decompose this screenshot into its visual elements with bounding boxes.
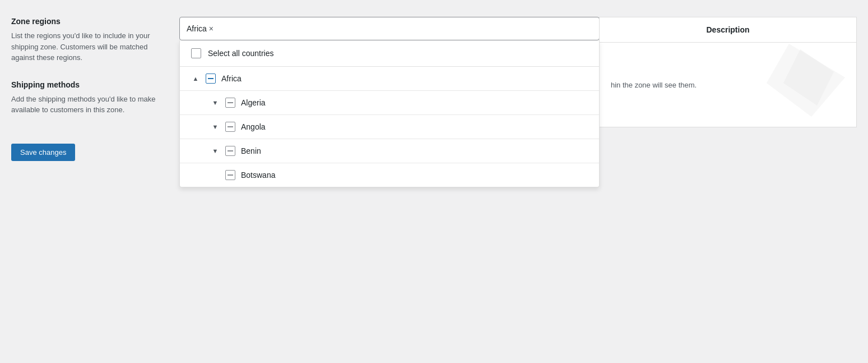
select-all-label: Select all countries [208, 49, 274, 58]
benin-label: Benin [241, 146, 261, 155]
save-changes-button[interactable]: Save changes [11, 144, 75, 161]
botswana-label: Botswana [241, 171, 275, 180]
algeria-checkbox[interactable] [225, 98, 235, 108]
description-body: hin the zone will see them. [600, 43, 856, 127]
chevron-down-angola-icon: ▼ [211, 123, 220, 130]
country-angola-row[interactable]: ▼ Angola [180, 115, 599, 139]
region-dropdown-panel: Select all countries ▲ Africa ▼ Algeria [179, 40, 600, 187]
country-algeria-row[interactable]: ▼ Algeria [180, 91, 599, 115]
benin-checkbox[interactable] [225, 146, 235, 156]
chevron-down-algeria-icon: ▼ [211, 99, 220, 106]
select-all-checkbox[interactable] [191, 48, 201, 58]
botswana-checkbox[interactable] [225, 170, 235, 180]
tag-remove-button[interactable]: × [209, 25, 213, 33]
description-panel: Description hin the zone will see them. [599, 17, 857, 127]
angola-label: Angola [241, 122, 266, 131]
description-body-text: hin the zone will see them. [611, 81, 697, 89]
left-sidebar: Zone regions List the regions you'd like… [11, 17, 168, 346]
africa-label: Africa [221, 74, 242, 83]
africa-tag: Africa × [187, 24, 213, 33]
country-benin-row[interactable]: ▼ Benin [180, 139, 599, 163]
description-header: Description [600, 17, 856, 43]
tag-label: Africa [187, 24, 207, 33]
description-watermark [755, 43, 856, 127]
chevron-up-icon: ▲ [191, 75, 200, 82]
dropdown-scrollable[interactable]: Select all countries ▲ Africa ▼ Algeria [180, 40, 599, 187]
continent-africa-row[interactable]: ▲ Africa [180, 67, 599, 91]
algeria-label: Algeria [241, 98, 266, 107]
chevron-down-benin-icon: ▼ [211, 148, 220, 154]
region-input-field[interactable]: Africa × [179, 17, 600, 40]
zone-regions-description: List the regions you'd like to include i… [11, 30, 168, 63]
zone-regions-title: Zone regions [11, 17, 168, 26]
shipping-methods-description: Add the shipping methods you'd like to m… [11, 94, 168, 116]
shipping-methods-title: Shipping methods [11, 80, 168, 89]
africa-checkbox[interactable] [206, 73, 216, 84]
select-all-row[interactable]: Select all countries [180, 40, 599, 67]
region-input-container: Africa × Select all countries ▲ [179, 17, 600, 40]
main-content: Africa × Select all countries ▲ [179, 17, 857, 346]
country-botswana-row[interactable]: ▼ Botswana [180, 163, 599, 187]
angola-checkbox[interactable] [225, 122, 235, 132]
